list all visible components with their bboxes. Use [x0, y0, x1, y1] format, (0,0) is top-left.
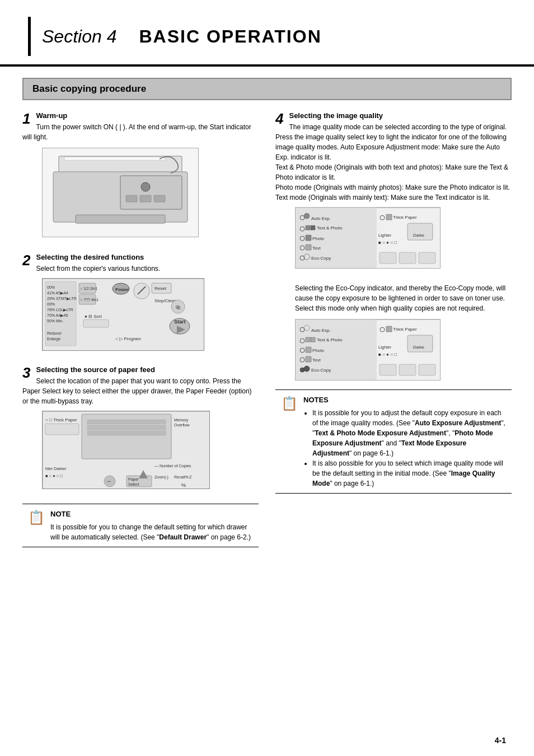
svg-text:41% A5▶A4: 41% A5▶A4 — [47, 291, 68, 295]
step-2-text: Select from the copier's various functio… — [22, 264, 259, 274]
svg-text:Select: Select — [128, 482, 139, 486]
note-1-content: NOTE It is possible for you to change th… — [50, 509, 253, 542]
svg-text:Z: Z — [189, 475, 192, 479]
notes-2-box: 📋 NOTES It is possible for you to adjust… — [275, 389, 512, 494]
step-4-number: 4 — [275, 111, 283, 126]
notes-2-bullet-2: It is also possible for you to select wh… — [312, 458, 506, 489]
main-content: Basic copying procedure 1 Warm-up Turn t… — [0, 67, 534, 558]
svg-text:○ ??? 4in1: ○ ??? 4in1 — [80, 298, 99, 302]
step-2-illustration: 00% 41% A5▶A4 29% STMT▶LTR 00% 78% LGL▶L… — [42, 278, 204, 351]
svg-rect-35 — [83, 320, 109, 327]
step-1-number: 1 — [22, 111, 30, 126]
note-1-text: It is possible for you to change the def… — [50, 522, 253, 542]
svg-text:Photo: Photo — [312, 348, 324, 353]
step-1-illustration — [42, 148, 199, 237]
svg-rect-100 — [306, 347, 311, 353]
svg-rect-115 — [380, 364, 396, 375]
svg-text:00%: 00% — [47, 302, 55, 306]
step-3-block: 3 Selecting the source of paper feed Sel… — [22, 365, 259, 494]
svg-text:%: % — [181, 482, 186, 488]
two-col-layout: 1 Warm-up Turn the power switch ON ( | )… — [22, 111, 512, 547]
svg-rect-6 — [140, 195, 151, 202]
svg-rect-3 — [120, 176, 182, 209]
step-1-header: 1 Warm-up Turn the power switch ON ( | )… — [22, 111, 259, 142]
copier-svg — [48, 151, 193, 234]
svg-text:Thick Paper: Thick Paper — [393, 327, 417, 332]
svg-rect-103 — [306, 356, 311, 362]
svg-text:Auto Exp.: Auto Exp. — [311, 216, 331, 221]
svg-text:Text: Text — [312, 246, 321, 251]
svg-text:29% STMT▶LTR: 29% STMT▶LTR — [47, 297, 77, 300]
svg-text:78% LGL▶LTR: 78% LGL▶LTR — [47, 308, 73, 312]
section-heading: Basic copying procedure — [22, 78, 512, 100]
svg-text:○ ▷ Program: ○ ▷ Program — [115, 336, 141, 341]
svg-text:■ ○ ● ○ □: ■ ○ ● ○ □ — [45, 473, 63, 478]
svg-text:● ⊟ Sort: ● ⊟ Sort — [85, 314, 102, 319]
svg-text:Reset: Reset — [154, 286, 167, 291]
note-1-title: NOTE — [50, 509, 253, 520]
step-1-title: Warm-up — [36, 111, 67, 120]
svg-text:Eco-Copy: Eco-Copy — [311, 368, 331, 373]
svg-text:— Number of Copies: — Number of Copies — [154, 464, 191, 468]
step-4-illustration-2: Auto Exp. Text & Photo Photo Text — [295, 319, 441, 381]
svg-text:Paper: Paper — [128, 477, 139, 482]
step-1-text: Turn the power switch ON ( | ). At the e… — [22, 122, 259, 142]
step-3-illustration: ○ □ Thick Paper Memory Overflow hter — [42, 411, 210, 489]
notes-2-bullet-1: It is possible for you to adjust the def… — [312, 408, 506, 458]
step-3-header: 3 Selecting the source of paper feed Sel… — [22, 365, 259, 406]
svg-rect-117 — [419, 364, 435, 375]
svg-text:Darke: Darke — [413, 233, 424, 238]
note-icon-1: 📋 — [28, 510, 45, 525]
svg-text:−: − — [107, 477, 111, 485]
note-icon-2: 📋 — [281, 396, 298, 411]
step3-svg: ○ □ Thick Paper Memory Overflow hter — [43, 411, 210, 489]
step-3-text: Select the location of the paper that yo… — [22, 376, 259, 406]
svg-text:Photo: Photo — [312, 236, 324, 241]
svg-text:00%: 00% — [47, 285, 55, 289]
step-4-illustration-1: Auto Exp. Text & Photo Photo — [295, 207, 441, 269]
svg-text:Auto Exp.: Auto Exp. — [311, 328, 331, 333]
section-label: Section 4 — [42, 26, 116, 47]
svg-rect-116 — [399, 364, 416, 375]
svg-text:Memory: Memory — [174, 418, 189, 422]
svg-text:■ ○ ● ○ □: ■ ○ ● ○ □ — [378, 352, 397, 357]
step-3-title: Selecting the source of paper feed — [36, 365, 154, 374]
svg-text:Eco-Copy: Eco-Copy — [311, 256, 331, 261]
step-2-title: Selecting the desired functions — [36, 253, 144, 261]
notes-2-title: NOTES — [303, 395, 506, 406]
svg-rect-44 — [87, 420, 166, 424]
svg-rect-87 — [380, 252, 396, 264]
svg-text:Enlarge: Enlarge — [47, 337, 60, 341]
step-4-header: 4 Selecting the image quality The image … — [275, 111, 512, 203]
svg-rect-46 — [87, 431, 166, 435]
svg-text:○ 1/2 2in1: ○ 1/2 2in1 — [80, 287, 97, 290]
svg-rect-7 — [154, 195, 165, 202]
svg-text:○ □ Thick Paper: ○ □ Thick Paper — [45, 417, 77, 422]
page-header: Section 4 BASIC OPERATION — [0, 0, 534, 67]
svg-rect-69 — [311, 226, 315, 230]
svg-text:Reduce/: Reduce/ — [47, 331, 62, 335]
section-title: BASIC OPERATION — [139, 26, 321, 47]
svg-rect-5 — [126, 195, 137, 202]
svg-text:70% A4▶A5: 70% A4▶A5 — [47, 313, 68, 317]
svg-rect-68 — [306, 226, 310, 230]
svg-rect-8 — [64, 157, 165, 160]
svg-rect-96 — [306, 337, 310, 342]
svg-text:Text & Photo: Text & Photo — [317, 226, 343, 231]
svg-text:Zoom(-): Zoom(-) — [154, 475, 168, 480]
eco-copy-text: Selecting the Eco-Copy indicator, and th… — [295, 283, 512, 313]
note-1-box: 📋 NOTE It is possible for you to change … — [22, 504, 259, 547]
step-4-text: The image quality mode can be selected a… — [275, 122, 512, 203]
svg-rect-75 — [306, 245, 311, 250]
vertical-bar — [28, 17, 31, 56]
svg-text:Text & Photo: Text & Photo — [317, 337, 343, 342]
svg-rect-45 — [87, 425, 166, 430]
svg-rect-81 — [386, 214, 392, 220]
quality-panel-svg-2: Auto Exp. Text & Photo Photo Text — [296, 320, 441, 381]
svg-rect-2 — [76, 215, 165, 223]
panel-svg: 00% 41% A5▶A4 29% STMT▶LTR 00% 78% LGL▶L… — [43, 279, 204, 351]
step-1-block: 1 Warm-up Turn the power switch ON ( | )… — [22, 111, 259, 243]
svg-text:Power: Power — [115, 287, 129, 292]
step-4-block: 4 Selecting the image quality The image … — [275, 111, 512, 273]
svg-point-4 — [141, 182, 150, 191]
